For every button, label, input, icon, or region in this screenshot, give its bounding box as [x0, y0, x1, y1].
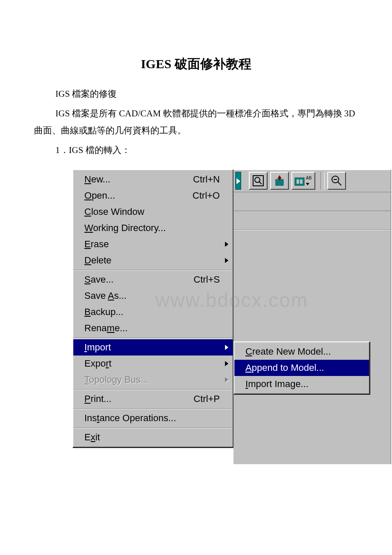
- menu-group-2: Save... Ctrl+S Save As... Backup... Rena…: [73, 270, 233, 338]
- menu-group-5: Instance Operations...: [73, 409, 233, 428]
- paragraph-2: IGS 檔案是所有 CAD/CAM 軟體都提供的一種標准介面格式，專門為轉換 3…: [34, 105, 358, 139]
- menu-group-3: Import Export Topology Bus...: [73, 338, 233, 390]
- menu-item-backup[interactable]: Backup...: [73, 304, 233, 320]
- svg-rect-3: [276, 179, 283, 185]
- refit-icon[interactable]: [270, 172, 289, 190]
- submenu-arrow-icon: [225, 361, 228, 366]
- zoom-out-icon[interactable]: [327, 172, 346, 190]
- page-title: IGES 破面修补教程: [34, 55, 358, 73]
- menu-item-working-directory[interactable]: Working Directory...: [73, 220, 233, 236]
- menu-item-topology-bus: Topology Bus...: [73, 372, 233, 388]
- repaint-ab-icon[interactable]: AB: [291, 172, 315, 190]
- menu-item-instance-operations[interactable]: Instance Operations...: [73, 410, 233, 426]
- menu-item-new[interactable]: New... Ctrl+N: [73, 171, 233, 188]
- menu-group-1: New... Ctrl+N Open... Ctrl+O Close Windo…: [73, 170, 233, 270]
- menu-item-open[interactable]: Open... Ctrl+O: [73, 188, 233, 204]
- screenshot-figure: www.bdocx.com New... Ctrl+N Open... Ctrl…: [72, 169, 391, 464]
- svg-line-13: [338, 182, 341, 185]
- menu-item-save[interactable]: Save... Ctrl+S: [73, 272, 233, 288]
- toolbar: AB: [233, 170, 391, 192]
- menu-group-4: Print... Ctrl+P: [73, 390, 233, 409]
- submenu-item-create-new-model[interactable]: Create New Model...: [234, 344, 369, 360]
- import-submenu: Create New Model... Append to Model... I…: [233, 341, 370, 394]
- menu-group-6: Exit: [73, 428, 233, 447]
- toolbar-expand-icon[interactable]: [235, 172, 241, 190]
- svg-rect-8: [300, 179, 303, 184]
- toolbar-separator: [320, 172, 325, 190]
- toolbar-row-2: [233, 192, 391, 211]
- file-menu: New... Ctrl+N Open... Ctrl+O Close Windo…: [72, 169, 233, 448]
- right-panel: AB Create New Model...: [233, 169, 391, 464]
- svg-rect-6: [295, 178, 304, 185]
- magnify-box-icon[interactable]: [249, 172, 268, 190]
- menu-item-export[interactable]: Export: [73, 356, 233, 372]
- menu-item-rename[interactable]: Rename...: [73, 320, 233, 336]
- menu-item-save-as[interactable]: Save As...: [73, 288, 233, 304]
- menu-item-delete[interactable]: Delete: [73, 252, 233, 269]
- menu-item-print[interactable]: Print... Ctrl+P: [73, 391, 233, 407]
- submenu-arrow-icon: [225, 242, 228, 247]
- svg-rect-5: [279, 178, 280, 180]
- menu-item-exit[interactable]: Exit: [73, 429, 233, 445]
- menu-item-close-window[interactable]: Close Window: [73, 204, 233, 220]
- svg-text:AB: AB: [306, 176, 312, 180]
- svg-marker-10: [306, 183, 309, 185]
- paragraph-3: 1．IGS 檔的轉入：: [55, 142, 358, 159]
- submenu-item-import-image[interactable]: Import Image...: [234, 376, 369, 392]
- submenu-arrow-icon: [225, 345, 228, 350]
- menu-item-import[interactable]: Import: [73, 339, 233, 356]
- menu-item-erase[interactable]: Erase: [73, 236, 233, 252]
- svg-line-2: [259, 182, 262, 184]
- submenu-arrow-icon: [225, 377, 228, 382]
- submenu-arrow-icon: [225, 258, 228, 263]
- svg-rect-7: [297, 179, 299, 184]
- paragraph-1: IGS 檔案的修復: [55, 86, 358, 103]
- toolbar-row-3: [233, 211, 391, 230]
- submenu-item-append-to-model[interactable]: Append to Model...: [234, 360, 369, 376]
